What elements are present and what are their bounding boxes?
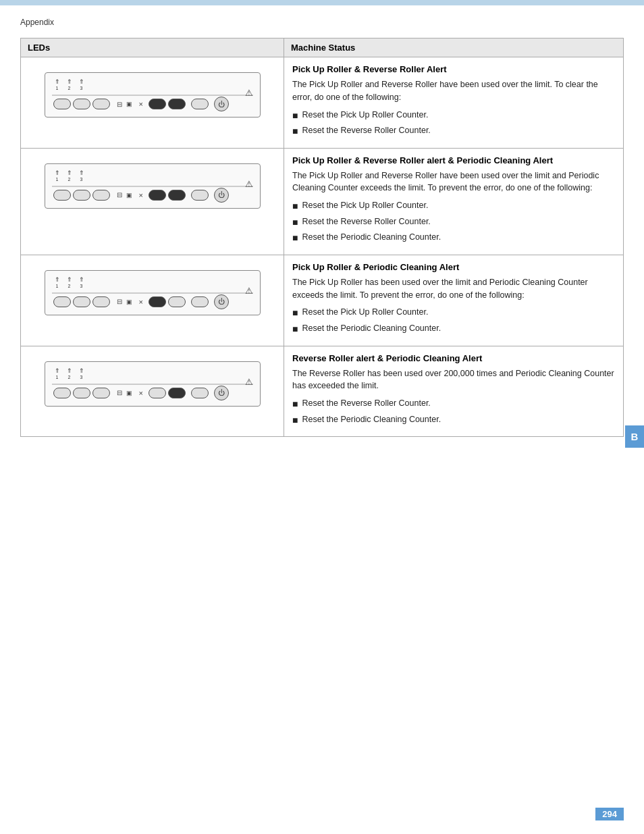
led-cell-1: ⇑1⇑2⇑3⊟▣×⏻⚠ [21,57,284,149]
breadcrumb: Appendix [20,18,624,27]
main-table: LEDs Machine Status ⇑1⇑2⇑3⊟▣×⏻⚠Pick Up R… [20,38,624,437]
bullet-item: ■Reset the Pick Up Roller Counter. [292,307,615,320]
led-cell-3: ⇑1⇑2⇑3⊟▣×⏻⚠ [21,255,284,346]
bullet-icon: ■ [292,232,298,245]
page-content: Appendix LEDs Machine Status ⇑1⇑2⇑3⊟▣×⏻⚠… [0,5,644,457]
led-cell-2: ⇑1⇑2⇑3⊟▣×⏻⚠ [21,148,284,255]
bullet-text: Reset the Pick Up Roller Counter. [302,109,428,122]
page-number: 294 [595,808,624,820]
bullet-item: ■Reset the Reverse Roller Counter. [292,398,615,411]
top-bar [0,0,644,5]
section-b-tab: B [625,425,644,448]
bullet-item: ■Reset the Reverse Roller Counter. [292,125,615,138]
table-row-3: ⇑1⇑2⇑3⊟▣×⏻⚠Pick Up Roller & Periodic Cle… [21,255,624,346]
bullet-item: ■Reset the Pick Up Roller Counter. [292,200,615,213]
page-number-bar: 294 [595,808,624,820]
bullet-icon: ■ [292,200,298,213]
bullet-icon: ■ [292,109,298,123]
bullet-text: Reset the Reverse Roller Counter. [302,216,430,228]
status-desc-4: The Reverse Roller has been used over 20… [292,367,615,393]
status-title-4: Reverse Roller alert & Periodic Cleaning… [292,353,615,363]
led-panel-row1: ⇑1⇑2⇑3⊟▣×⏻⚠ [45,72,261,118]
bullet-text: Reset the Periodic Cleaning Counter. [302,323,441,335]
bullet-text: Reset the Reverse Roller Counter. [302,125,430,137]
table-row-1: ⇑1⇑2⇑3⊟▣×⏻⚠Pick Up Roller & Reverse Roll… [21,57,624,149]
bullet-icon: ■ [292,323,298,336]
header-led: LEDs [21,38,284,57]
led-panel-row2: ⇑1⇑2⇑3⊟▣×⏻⚠ [45,163,261,209]
bullet-text: Reset the Periodic Cleaning Counter. [302,232,441,244]
bullet-text: Reset the Pick Up Roller Counter. [302,307,428,319]
bullet-item: ■Reset the Reverse Roller Counter. [292,216,615,230]
led-panel-row4: ⇑1⇑2⇑3⊟▣×⏻⚠ [45,361,261,407]
bullet-text: Reset the Pick Up Roller Counter. [302,200,428,212]
bullet-item: ■Reset the Periodic Cleaning Counter. [292,323,615,336]
bullet-item: ■Reset the Pick Up Roller Counter. [292,109,615,123]
status-cell-2: Pick Up Roller & Reverse Roller alert & … [284,148,624,255]
bullet-text: Reset the Reverse Roller Counter. [302,398,430,410]
bullet-icon: ■ [292,414,298,427]
status-title-1: Pick Up Roller & Reverse Roller Alert [292,64,615,74]
status-cell-4: Reverse Roller alert & Periodic Cleaning… [284,346,624,437]
bullet-icon: ■ [292,216,298,230]
table-row-4: ⇑1⇑2⇑3⊟▣×⏻⚠Reverse Roller alert & Period… [21,346,624,437]
led-cell-4: ⇑1⇑2⇑3⊟▣×⏻⚠ [21,346,284,437]
status-title-3: Pick Up Roller & Periodic Cleaning Alert [292,262,615,272]
bullet-icon: ■ [292,307,298,320]
status-desc-3: The Pick Up Roller has been used over th… [292,276,615,302]
bullet-icon: ■ [292,125,298,138]
bullet-item: ■Reset the Periodic Cleaning Counter. [292,232,615,245]
led-panel-row3: ⇑1⇑2⇑3⊟▣×⏻⚠ [45,270,261,315]
status-cell-1: Pick Up Roller & Reverse Roller AlertThe… [284,57,624,149]
bullet-item: ■Reset the Periodic Cleaning Counter. [292,414,615,427]
table-row-2: ⇑1⇑2⇑3⊟▣×⏻⚠Pick Up Roller & Reverse Roll… [21,148,624,255]
bullet-icon: ■ [292,398,298,411]
status-desc-2: The Pick Up Roller and Reverse Roller ha… [292,170,615,195]
bullet-text: Reset the Periodic Cleaning Counter. [302,414,441,426]
status-desc-1: The Pick Up Roller and Reverse Roller ha… [292,78,615,104]
status-title-2: Pick Up Roller & Reverse Roller alert & … [292,155,615,165]
status-cell-3: Pick Up Roller & Periodic Cleaning Alert… [284,255,624,346]
header-status: Machine Status [284,38,624,57]
